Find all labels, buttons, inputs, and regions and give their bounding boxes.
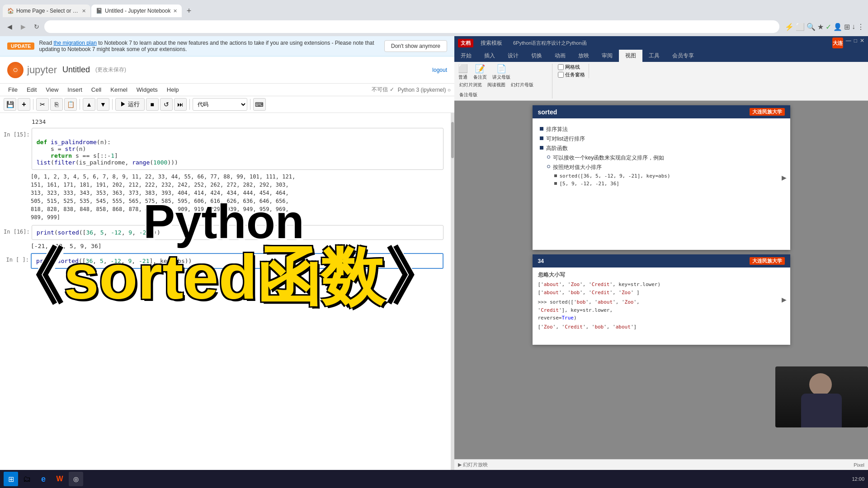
pre-output: 1234 xyxy=(0,117,451,127)
ribbon-tab-member[interactable]: 会员专享 xyxy=(666,50,700,62)
slide-item-7: [5, 9, -12, -21, 36] xyxy=(554,181,783,187)
tab-home-close[interactable]: ✕ xyxy=(82,8,86,14)
taskbar-wps[interactable]: W xyxy=(52,472,67,486)
grid-checkbox[interactable] xyxy=(558,64,564,70)
move-down-button[interactable]: ▼ xyxy=(97,98,109,111)
slideshow-mode-btn[interactable]: ▶ 幻灯片放映 xyxy=(458,461,488,468)
ribbon-tab-review[interactable]: 审阅 xyxy=(595,50,619,62)
save-button[interactable]: 💾 xyxy=(4,98,16,111)
cell-new-input[interactable]: print(sorted([36, 5, -12, 9, -21], key=a… xyxy=(31,253,443,269)
ribbon-tab-insert[interactable]: 插入 xyxy=(478,50,501,62)
taskpane-checkbox[interactable] xyxy=(558,72,564,78)
menu-widgets[interactable]: Widgets xyxy=(132,84,162,95)
tab-jupyter[interactable]: 📓 Untitled - Jupyter Notebook ✕ xyxy=(91,5,182,17)
toolbar-sep2 xyxy=(80,99,80,110)
slide-header-bar: sorted 大连民族大学 xyxy=(533,105,790,118)
star-icon[interactable]: ★ xyxy=(817,23,824,31)
notebook-scrollbar[interactable] xyxy=(451,113,454,470)
menu-cell[interactable]: Cell xyxy=(87,84,106,95)
copy-button[interactable]: ⎘ xyxy=(50,98,63,111)
menu-view[interactable]: View xyxy=(41,84,63,95)
add-cell-button[interactable]: + xyxy=(18,98,30,111)
taskbar-ie[interactable]: e xyxy=(36,472,51,486)
slide2-line6: ['Zoo', 'Credit', 'bob', 'about'] xyxy=(538,323,785,331)
ribbon-btn-notes[interactable]: 📝 备注页 xyxy=(473,64,487,80)
download-icon[interactable]: ↓ xyxy=(852,23,855,31)
slide-item-6: sorted([36, 5, -12, 9, -21], key=abs) xyxy=(554,173,783,179)
new-tab-button[interactable]: + xyxy=(183,5,195,17)
dismiss-button[interactable]: Don't show anymore xyxy=(384,40,447,52)
menu-edit[interactable]: Edit xyxy=(22,84,41,95)
bullet-text-6: sorted([36, 5, -12, 9, -21], key=abs) xyxy=(560,173,670,179)
cell-16-input[interactable]: print(sorted([36, 5, -12, 9, -21])) xyxy=(32,225,443,240)
tab-home[interactable]: 🏠 Home Page - Select or crea ✕ xyxy=(3,5,90,17)
lightning-icon: ⚡ xyxy=(785,23,794,31)
slide2-num: 34 xyxy=(538,258,544,264)
ribbon-tab-design[interactable]: 设计 xyxy=(501,50,525,62)
ribbon-btn-browse[interactable]: 幻灯片浏览 xyxy=(458,81,483,89)
cut-button[interactable]: ✂ xyxy=(36,98,49,111)
taskbar-explorer[interactable]: 🗂 xyxy=(20,472,34,486)
topbar-maximize[interactable]: □ xyxy=(854,38,857,48)
stop-button[interactable]: ■ xyxy=(146,98,159,111)
forward-button[interactable]: ▶ xyxy=(17,21,29,33)
reload-button[interactable]: ↻ xyxy=(31,21,42,33)
notebook-content: 1234 In [15]: def is_palindrome(n): s = … xyxy=(0,113,454,470)
restart-button[interactable]: ↺ xyxy=(160,98,173,111)
notebook-name[interactable]: Untitled xyxy=(62,65,90,75)
cell-16-label: In [16]: xyxy=(4,225,32,240)
keyboard-button[interactable]: ⌨ xyxy=(253,98,266,111)
menu-bar: File Edit View Insert Cell Kernel Widget… xyxy=(0,84,454,96)
menu-help[interactable]: Help xyxy=(162,84,184,95)
back-button[interactable]: ◀ xyxy=(4,21,15,33)
profile-icon[interactable]: 👤 xyxy=(833,23,842,31)
ribbon-tab-slideshow[interactable]: 放映 xyxy=(572,50,595,62)
ribbon-btn-notemaster[interactable]: 备注母版 xyxy=(458,91,479,99)
cell-16-wrapper: In [16]: print(sorted([36, 5, -12, 9, -2… xyxy=(4,225,443,240)
grid-icon[interactable]: ⊞ xyxy=(844,23,850,31)
run-button[interactable]: ▶ 运行 xyxy=(115,98,145,111)
ribbon-views-row1: ⬜ 普通 📝 备注页 📄 讲义母版 xyxy=(458,64,548,80)
ribbon-tab-tools[interactable]: 工具 xyxy=(642,50,666,62)
bullet-text-1: 排序算法 xyxy=(546,126,568,133)
menu-file[interactable]: File xyxy=(4,84,22,95)
ppt-tab2[interactable]: 6Python语言程序设计之Python函 xyxy=(509,39,590,47)
bullet-text-7: [5, 9, -12, -21, 36] xyxy=(560,181,619,187)
ribbon-tab-view[interactable]: 视图 xyxy=(619,50,642,62)
ppt-tab1[interactable]: 搜索模板 xyxy=(477,38,506,48)
paste-button[interactable]: 📋 xyxy=(64,98,77,111)
slide2-expand-btn[interactable]: ▶ xyxy=(782,296,787,303)
taskbar-other[interactable]: ◎ xyxy=(69,472,83,486)
scrollbar-thumb[interactable] xyxy=(451,122,454,158)
start-button[interactable]: ⊞ xyxy=(4,472,18,486)
slide-expand-btn[interactable]: ▶ xyxy=(782,174,787,181)
cell-15-input[interactable]: def is_palindrome(n): s = str(n) return … xyxy=(32,128,443,170)
ribbon-tab-animation[interactable]: 动画 xyxy=(548,50,572,62)
slide-panel: sorted 大连民族大学 排序算法 xyxy=(454,101,868,459)
slide-2: 34 大连民族大学 忽略大小写 ['about', 'Zoo', 'Credit… xyxy=(533,254,790,345)
migration-link[interactable]: the migration plan xyxy=(53,40,96,46)
logout-link[interactable]: logout xyxy=(432,67,447,73)
address-bar[interactable]: localhost:8888/notebooks/Untitled.ipynb xyxy=(44,20,779,33)
jupyter-header: ○ jupyter Untitled (更改未保存) logout xyxy=(0,56,454,84)
ribbon-btn-slidemaster[interactable]: 幻灯片母版 xyxy=(509,81,535,89)
ribbon-tab-transition[interactable]: 切换 xyxy=(525,50,548,62)
tab-jupyter-close[interactable]: ✕ xyxy=(173,8,177,14)
ribbon-btn-handout[interactable]: 📄 讲义母版 xyxy=(492,64,510,80)
ribbon-btn-normal[interactable]: ⬜ 普通 xyxy=(458,64,468,80)
fast-forward-button[interactable]: ⏭ xyxy=(174,98,187,111)
bullet-text-3: 高阶函数 xyxy=(546,145,568,152)
topbar-minimize[interactable]: — xyxy=(846,38,851,48)
menu-dots-icon[interactable]: ⋮ xyxy=(857,23,864,31)
ribbon-tab-start[interactable]: 开始 xyxy=(454,50,478,62)
ribbon-btn-reading[interactable]: 阅读视图 xyxy=(486,81,507,89)
menu-kernel[interactable]: Kernel xyxy=(106,84,132,95)
checkbox-grid[interactable]: 网格线 xyxy=(558,64,585,70)
taskbar-right: 12:00 xyxy=(852,476,864,482)
move-up-button[interactable]: ▲ xyxy=(83,98,95,111)
windows-icon: ⊞ xyxy=(8,475,14,483)
menu-insert[interactable]: Insert xyxy=(63,84,87,95)
checkbox-taskpane[interactable]: 任务窗格 xyxy=(558,71,585,78)
cell-type-select[interactable]: 代码 Markdown Raw NBConvert xyxy=(193,98,247,111)
topbar-close[interactable]: ✕ xyxy=(860,38,864,48)
